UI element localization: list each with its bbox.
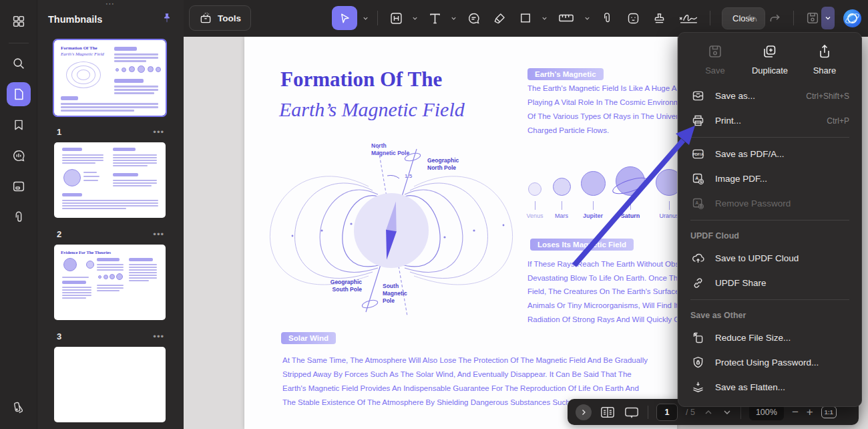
magnetic-text-line: Charged Particle Flows. [527, 126, 609, 134]
header-tool-chevron-icon[interactable] [411, 15, 419, 22]
menu-item-save-as[interactable]: Save as... Ctrl+Shift+S [678, 84, 861, 108]
measure-tool-chevron-icon[interactable] [584, 15, 592, 22]
loses-text-line: Radiation Of Strong Rays And Will Quickl… [527, 315, 677, 323]
select-cursor-tool[interactable] [332, 6, 357, 30]
reduce-file-size-icon [690, 331, 705, 345]
quick-duplicate-button[interactable]: Duplicate [750, 43, 789, 76]
presentation-mode-icon[interactable] [624, 405, 640, 420]
previous-page-icon[interactable] [703, 407, 714, 418]
rail-divider [9, 43, 29, 43]
select-tool-chevron-icon[interactable] [362, 15, 370, 22]
shape-tool-chevron-icon[interactable] [541, 15, 549, 22]
thumb2-more-icon[interactable]: ••• [153, 229, 164, 239]
menu-item-image-pdf[interactable]: A Image PDF... [678, 166, 861, 191]
thumb1-title: Formation Of The [61, 45, 97, 51]
measure-tool[interactable] [554, 6, 579, 30]
label-geographic-south-pole: Geographic South Pole [322, 279, 362, 293]
reader-view-icon[interactable] [600, 405, 616, 420]
label-south-magnetic-pole: South Magnetic Pole [383, 283, 407, 305]
badge-earths-magnetic: Earth's Magnetic [527, 68, 604, 80]
form-field-icon[interactable] [7, 174, 31, 198]
thumbnail-list: Formation Of The Earth's Magnetic Field [37, 33, 184, 429]
thumbnail-page-2[interactable] [54, 142, 166, 218]
duplicate-icon [762, 43, 778, 59]
tools-button-label: Tools [218, 13, 241, 23]
document-page[interactable]: Formation Of The Earth’s Magnetic Field [244, 37, 677, 429]
solar-text-line: Earth's Magnetic Field Provides An Indis… [282, 384, 639, 392]
pdfa-icon: PDF/A [690, 147, 705, 161]
tools-button[interactable]: Tools [189, 5, 251, 31]
menu-item-reduce-file-size[interactable]: Reduce File Size... [678, 325, 861, 350]
apps-grid-icon[interactable] [7, 9, 31, 33]
panel-drag-handle[interactable]: ⋯ [37, 0, 184, 9]
panel-title: Thumbnails [48, 14, 102, 25]
comment-tool[interactable] [463, 6, 484, 30]
menu-item-print[interactable]: Print... Ctrl+P [678, 108, 861, 133]
updf-app-window: ⋯ Thumbnails Formation Of The Earth's Ma… [0, 0, 868, 429]
menu-item-save-to-updf-cloud[interactable]: Save to UPDF Cloud [678, 246, 861, 271]
save-dropdown-chevron-icon[interactable] [821, 7, 835, 29]
badge-loses-magnetic-field: Loses Its Magnetic Field [530, 239, 634, 251]
sticker-tool[interactable] [622, 6, 644, 30]
shortcut-save-as: Ctrl+Shift+S [806, 92, 849, 101]
comment-icon[interactable] [7, 144, 31, 168]
label-geographic-north-pole: Geographic North Pole [427, 157, 459, 172]
search-icon[interactable] [7, 51, 31, 76]
link-icon [690, 276, 705, 290]
thumb3-page-number: 3 [57, 331, 61, 341]
text-tool-chevron-icon[interactable] [450, 15, 458, 22]
planet-jupiter: Jupiter [572, 164, 614, 219]
menu-item-updf-share[interactable]: UPDF Share [678, 271, 861, 295]
menu-item-protect-using-password[interactable]: Protect Using Password... [678, 350, 861, 375]
attachment-tool[interactable] [596, 6, 618, 30]
save-icon[interactable] [805, 11, 820, 25]
loses-text-line: Field, The Creatures On The Earth's Surf… [527, 287, 677, 295]
highlighter-tool[interactable] [489, 6, 510, 30]
thumb2-page-number: 2 [57, 229, 61, 239]
expand-bar-icon[interactable] [576, 404, 592, 420]
redo-icon[interactable] [768, 11, 782, 25]
attachment-icon[interactable] [7, 205, 31, 229]
updf-logo[interactable] [843, 9, 861, 27]
label-axis-angle: 1.5 [405, 172, 412, 180]
thumbnail-page-3[interactable]: Evidence For The Theories [54, 245, 166, 320]
menu-section-updf-cloud: UPDF Cloud [678, 225, 861, 246]
thumbnail-page-4[interactable] [54, 347, 166, 422]
quick-save-button: Save [696, 43, 734, 76]
next-page-icon[interactable] [722, 407, 732, 418]
svg-text:A: A [695, 176, 698, 180]
page-number-input[interactable] [656, 404, 678, 421]
magnetic-text-line: Of The Various Types Of Rays in The Univ… [527, 112, 677, 120]
thumb3-more-icon[interactable]: ••• [153, 331, 164, 341]
menu-item-save-as-pdfa[interactable]: PDF/A Save as PDF/A... [678, 142, 861, 166]
print-icon [690, 114, 705, 128]
header-tool[interactable] [385, 6, 407, 30]
zoom-out-button[interactable]: − [792, 406, 799, 418]
share-icon [817, 43, 833, 59]
swatches-icon[interactable] [7, 396, 31, 420]
thumb3-title: Evidence For The Theories [61, 250, 111, 255]
thumbnail-page-1[interactable]: Formation Of The Earth's Magnetic Field [54, 40, 166, 116]
save-dropdown-menu: Save Duplicate Share [678, 32, 862, 407]
text-tool[interactable] [424, 6, 445, 30]
shape-tool[interactable] [515, 6, 536, 30]
thumb1-subtitle: Earth's Magnetic Field [61, 51, 104, 57]
stamp-tool[interactable] [648, 6, 670, 30]
cloud-upload-icon [690, 251, 705, 265]
actual-size-button[interactable]: 1:1 [821, 406, 837, 418]
menu-item-save-as-flatten[interactable]: Save as Flatten... [678, 375, 861, 400]
bookmark-icon[interactable] [7, 113, 31, 137]
planet-saturn: Saturn [610, 164, 651, 219]
main-content: Tools [184, 0, 868, 429]
thumbnails-panel: ⋯ Thumbnails Formation Of The Earth's Ma… [37, 0, 184, 429]
loses-text-line: Devastating Blow To Life On Earth. Once … [527, 274, 677, 282]
undo-icon[interactable] [745, 11, 759, 25]
left-icon-rail [0, 0, 37, 429]
thumb1-more-icon[interactable]: ••• [153, 127, 164, 137]
pin-panel-icon[interactable] [161, 12, 173, 27]
signature-tool[interactable] [674, 6, 702, 30]
zoom-in-button[interactable]: + [807, 406, 813, 418]
quick-share-button[interactable]: Share [805, 43, 844, 76]
thumbnails-icon[interactable] [7, 82, 31, 106]
magnetic-text-line: The Earth's Magnetic Field Is Like A Hug… [527, 84, 677, 92]
